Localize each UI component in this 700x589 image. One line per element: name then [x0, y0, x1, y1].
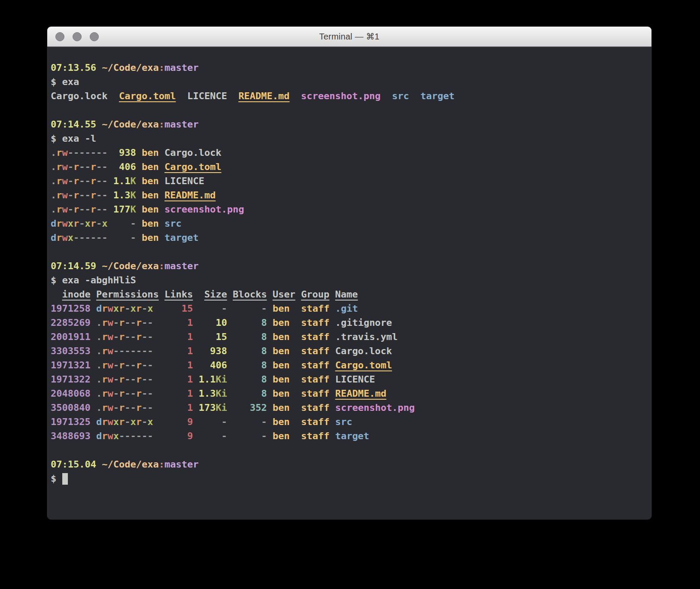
text-span — [153, 388, 187, 399]
read-text: r — [119, 388, 125, 399]
window-title: Terminal — ⌘1 — [319, 31, 379, 42]
terminal-line: 07:13.56 ~/Code/exa:master — [51, 61, 647, 75]
punct-text: . — [51, 161, 56, 172]
text-span — [91, 346, 96, 356]
dir-name: target — [420, 91, 454, 101]
text-span — [159, 289, 164, 300]
punct-text: -- — [142, 331, 153, 342]
timestamp: 07:14.55 — [51, 119, 96, 130]
text-span — [267, 317, 272, 328]
title-bar[interactable]: Terminal — ⌘1 — [47, 27, 651, 47]
write-text: w — [62, 204, 68, 215]
text-span — [409, 91, 421, 101]
user-name: ben — [273, 431, 290, 441]
punct-text: -- — [142, 388, 153, 399]
terminal-line: $ exa — [51, 75, 647, 89]
minimize-button[interactable] — [73, 32, 82, 41]
punct-text: -- — [125, 360, 136, 370]
text-span — [289, 346, 301, 356]
dir-name: target — [335, 431, 369, 441]
inode: 1971322 — [51, 374, 91, 385]
terminal-line: .rw------- 938 ben Cargo.lock — [51, 146, 647, 160]
text-span — [289, 402, 301, 413]
terminal-line: Cargo.lock Cargo.toml LICENCE README.md … — [51, 89, 647, 103]
user-name: ben — [273, 346, 290, 356]
punct-text: - — [261, 303, 267, 314]
unit-text: Ki — [216, 374, 227, 385]
read-text: r — [136, 388, 142, 399]
text-span — [193, 388, 198, 399]
text-span — [193, 289, 204, 300]
terminal-line: 07:14.59 ~/Code/exa:master — [51, 259, 647, 273]
punct-text: - — [221, 416, 227, 427]
file-name: README.md — [238, 91, 289, 101]
text-span — [227, 388, 261, 399]
cwd-path: ~/Code/exa — [102, 119, 158, 130]
read-text: r — [119, 331, 125, 342]
text-span — [289, 317, 301, 328]
read-text: r — [56, 204, 62, 215]
exec-text: x — [147, 416, 153, 427]
text-span — [107, 91, 119, 101]
text-span — [96, 119, 102, 130]
write-text: w — [107, 416, 113, 427]
dir-text: d — [51, 218, 56, 229]
dir-name: src — [392, 91, 409, 101]
size-text: 1.1 — [113, 176, 131, 186]
text-span — [227, 317, 261, 328]
text-span — [267, 303, 272, 314]
file-name: screenshot.png — [335, 402, 414, 413]
read-text: r — [73, 161, 79, 172]
text-span — [136, 161, 142, 172]
terminal-line: drwx------ - ben target — [51, 231, 647, 245]
git-branch: master — [164, 62, 198, 73]
write-text: w — [62, 176, 68, 186]
text-span — [193, 374, 198, 385]
punct-text: -- — [125, 402, 136, 413]
text-span — [193, 431, 221, 441]
zoom-button[interactable] — [90, 32, 99, 41]
dir-text: d — [51, 232, 56, 243]
punct-text: - — [125, 416, 130, 427]
text-span — [329, 374, 335, 385]
size-text: 177 — [113, 204, 131, 215]
window-controls — [55, 27, 99, 46]
user-name: ben — [273, 331, 290, 342]
user-name: ben — [142, 204, 159, 215]
user-name: ben — [273, 388, 290, 399]
text-span — [108, 204, 113, 215]
user-name: ben — [142, 147, 159, 158]
column-header: User — [273, 289, 295, 300]
text-span — [136, 190, 142, 200]
terminal-line: 1971322 .rw-r--r-- 1 1.1Ki 8 ben staff L… — [51, 372, 647, 386]
terminal-line: 3500840 .rw-r--r-- 1 173Ki 352 ben staff… — [51, 401, 647, 415]
text-span — [153, 431, 187, 441]
close-button[interactable] — [55, 32, 64, 41]
inode: 1971258 — [51, 303, 91, 314]
text-span — [91, 303, 96, 314]
git-branch: master — [164, 459, 198, 470]
text-span — [159, 190, 164, 200]
dir-name: target — [164, 232, 198, 243]
text-span — [136, 147, 142, 158]
group-name: staff — [301, 388, 329, 399]
text-span — [289, 91, 301, 101]
read-text: r — [102, 416, 107, 427]
links-text: 1 — [187, 402, 193, 413]
read-text: r — [91, 190, 96, 200]
read-text: r — [73, 218, 79, 229]
text-span — [91, 416, 96, 427]
terminal-screen[interactable]: 07:13.56 ~/Code/exa:master$ exaCargo.loc… — [47, 47, 651, 519]
dir-name: src — [335, 416, 352, 427]
read-text: r — [136, 317, 142, 328]
file-name: LICENCE — [164, 176, 204, 186]
size-text: 406 — [210, 360, 227, 370]
terminal-line: 1971321 .rw-r--r-- 1 406 8 ben staff Car… — [51, 358, 647, 372]
text-span — [136, 232, 142, 243]
terminal-window: Terminal — ⌘1 07:13.56 ~/Code/exa:master… — [47, 27, 651, 519]
write-text: w — [107, 331, 113, 342]
punct-text: - — [130, 232, 136, 243]
colon-text: : — [159, 62, 164, 73]
punct-text: -- — [96, 190, 108, 200]
text-span — [227, 402, 250, 413]
